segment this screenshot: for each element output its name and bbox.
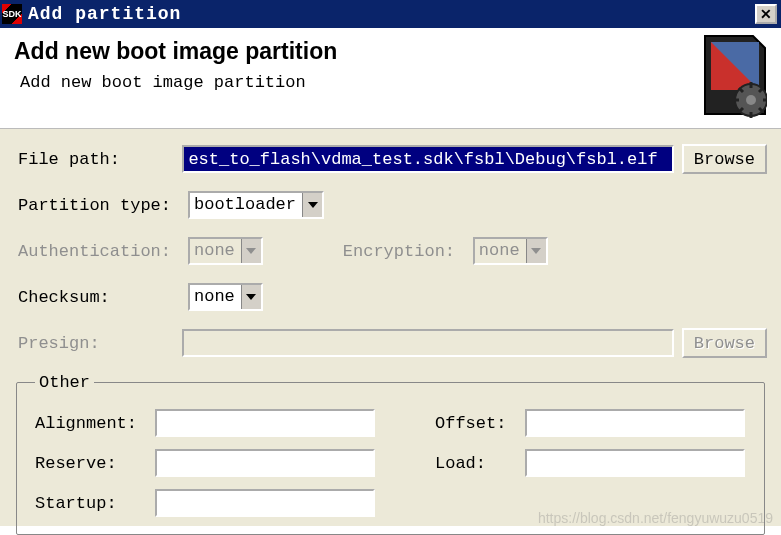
presign-browse-button: Browse [682,328,767,358]
authentication-label: Authentication: [18,242,188,261]
partition-icon [695,34,767,118]
presign-label: Presign: [18,334,182,353]
encryption-value: none [475,239,526,263]
reserve-input[interactable] [155,449,375,477]
page-title: Add new boot image partition [14,38,695,65]
alignment-label: Alignment: [35,414,155,433]
load-input[interactable] [525,449,745,477]
alignment-input[interactable] [155,409,375,437]
authentication-value: none [190,239,241,263]
browse-button[interactable]: Browse [682,144,767,174]
titlebar: SDK Add partition ✕ [0,0,781,28]
window-title: Add partition [28,4,755,24]
svg-point-2 [746,95,756,105]
other-legend: Other [35,373,94,392]
encryption-select: none [473,237,548,265]
chevron-down-icon [241,285,261,309]
other-fieldset: Other Alignment: Offset: Reserve: Load: … [16,373,765,535]
close-icon: ✕ [760,6,772,22]
checksum-value: none [190,285,241,309]
file-path-input[interactable] [182,145,674,173]
offset-label: Offset: [435,414,525,433]
chevron-down-icon [241,239,261,263]
presign-input [182,329,674,357]
encryption-label: Encryption: [343,242,473,261]
checksum-select[interactable]: none [188,283,263,311]
file-path-label: File path: [18,150,182,169]
app-icon: SDK [2,4,22,24]
authentication-select: none [188,237,263,265]
load-label: Load: [435,454,525,473]
partition-type-select[interactable]: bootloader [188,191,324,219]
startup-label: Startup: [35,494,155,513]
offset-input[interactable] [525,409,745,437]
partition-type-label: Partition type: [18,196,188,215]
checksum-label: Checksum: [18,288,188,307]
dialog-header: Add new boot image partition Add new boo… [0,28,781,129]
chevron-down-icon [302,193,322,217]
close-button[interactable]: ✕ [755,4,777,24]
page-subtitle: Add new boot image partition [20,73,695,92]
form-area: File path: Browse Partition type: bootlo… [0,129,781,526]
partition-type-value: bootloader [190,193,302,217]
startup-input[interactable] [155,489,375,517]
app-icon-text: SDK [2,9,21,19]
reserve-label: Reserve: [35,454,155,473]
chevron-down-icon [526,239,546,263]
